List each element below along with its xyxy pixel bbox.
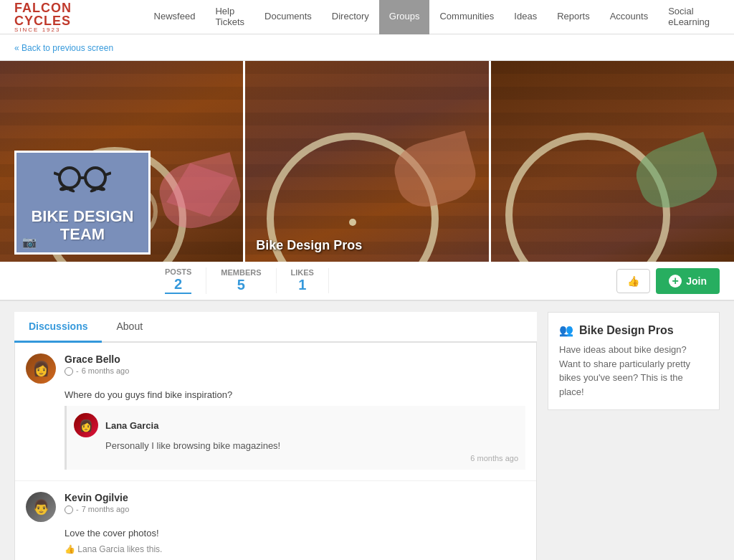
post-time: 6 months ago — [82, 366, 130, 375]
main-content: Discussions About 👩 Grace Bello - 6 mont… — [0, 301, 734, 560]
header: FALCON CYCLES SINCE 1923 Newsfeed Help T… — [0, 0, 734, 34]
back-link[interactable]: « Back to previous screen — [14, 43, 113, 53]
group-cover: Bike Design Pros — [0, 61, 734, 262]
avatar: 👨 — [26, 492, 56, 522]
main-nav: Newsfeed Help Tickets Documents Director… — [144, 0, 720, 34]
like-button[interactable]: 👍 — [616, 269, 650, 293]
stats-bar: POSTS 2 MEMBERS 5 LIKES 1 👍 + Join — [0, 262, 734, 301]
avatar-face: 👩 — [26, 353, 56, 384]
mustache-glasses-icon — [54, 162, 111, 204]
members-label: MEMBERS — [221, 268, 261, 277]
tab-bar: Discussions About — [14, 312, 537, 343]
nav-reports[interactable]: Reports — [547, 0, 600, 34]
post-meta: - 6 months ago — [65, 366, 129, 375]
brand-logo: FALCON CYCLES SINCE 1923 — [14, 1, 115, 33]
post-item: 👩 Grace Bello - 6 months ago Where do yo… — [15, 343, 536, 481]
nav-helptickets[interactable]: Help Tickets — [205, 0, 254, 34]
avatar-face: 👨 — [26, 492, 56, 522]
reply-timestamp: 6 months ago — [74, 454, 518, 462]
nav-groups[interactable]: Groups — [379, 0, 430, 34]
stats-actions: 👍 + Join — [616, 268, 720, 294]
discussion-list: 👩 Grace Bello - 6 months ago Where do yo… — [14, 343, 537, 560]
likes-value: 1 — [291, 277, 314, 293]
nav-directory[interactable]: Directory — [322, 0, 379, 34]
post-timestamp: - — [76, 505, 79, 513]
post-author-name: Kevin Ogilvie — [65, 492, 129, 503]
svg-line-3 — [54, 173, 59, 175]
join-label: Join — [686, 275, 707, 287]
reply-header: 👩 Lana Garcia — [74, 413, 518, 437]
tab-about[interactable]: About — [102, 312, 157, 343]
nav-documents[interactable]: Documents — [254, 0, 322, 34]
cover-section-2: Bike Design Pros — [245, 61, 490, 262]
posts-label: POSTS — [165, 267, 191, 276]
svg-point-0 — [59, 168, 80, 188]
post-likes: 👍 Lana Garcia likes this. — [65, 544, 525, 554]
stat-likes[interactable]: LIKES 1 — [277, 268, 329, 293]
likes-label: LIKES — [291, 268, 314, 277]
post-body: Love the cover photos! — [65, 528, 525, 538]
group-icon: 👥 — [559, 323, 573, 337]
nav-social-elearning[interactable]: Social eLearning — [658, 0, 720, 34]
post-item: 👨 Kevin Ogilvie - 7 months ago Love the … — [15, 481, 536, 560]
post-time: 7 months ago — [82, 505, 130, 513]
svg-line-4 — [105, 173, 111, 175]
nav-newsfeed[interactable]: Newsfeed — [144, 0, 206, 34]
reply-body: Personally I like browsing bike magazine… — [105, 440, 518, 451]
breadcrumb-bar: « Back to previous screen — [0, 34, 734, 61]
members-value: 5 — [221, 277, 261, 293]
stat-members[interactable]: MEMBERS 5 — [206, 268, 276, 293]
nav-communities[interactable]: Communities — [429, 0, 504, 34]
posts-value: 2 — [165, 276, 191, 294]
left-panel: Discussions About 👩 Grace Bello - 6 mont… — [14, 312, 537, 560]
camera-icon[interactable]: 📷 — [22, 235, 37, 249]
globe-icon — [65, 506, 73, 514]
sidebar-group-name: Bike Design Pros — [579, 324, 674, 337]
svg-point-1 — [85, 168, 105, 188]
join-button[interactable]: + Join — [656, 268, 720, 294]
post-timestamp: - — [76, 366, 79, 375]
post-author-info: Kevin Ogilvie - 7 months ago — [65, 492, 129, 513]
post-author-info: Grace Bello - 6 months ago — [65, 353, 129, 375]
tab-discussions[interactable]: Discussions — [14, 312, 102, 343]
sidebar-title: 👥 Bike Design Pros — [559, 323, 708, 337]
nav-ideas[interactable]: Ideas — [504, 0, 547, 34]
reply-avatar-face: 👩 — [79, 419, 93, 432]
post-header: 👨 Kevin Ogilvie - 7 months ago — [26, 492, 525, 522]
post-body: Where do you guys find bike inspiration? — [65, 389, 525, 400]
sidebar-card: 👥 Bike Design Pros Have ideas about bike… — [548, 312, 720, 410]
post-header: 👩 Grace Bello - 6 months ago — [26, 353, 525, 384]
stat-posts[interactable]: POSTS 2 — [14, 267, 206, 294]
reply-author-name: Lana Garcia — [105, 420, 158, 431]
post-meta: - 7 months ago — [65, 505, 129, 513]
plus-icon: + — [669, 275, 682, 288]
brand-tagline: SINCE 1923 — [14, 27, 115, 33]
cover-section-3 — [491, 61, 734, 262]
right-panel: 👥 Bike Design Pros Have ideas about bike… — [548, 312, 720, 560]
avatar: 👩 — [26, 353, 56, 384]
group-name-overlay: Bike Design Pros — [256, 238, 362, 253]
brand-name: FALCON CYCLES — [14, 1, 72, 28]
sidebar-description: Have ideas about bike design? Want to sh… — [559, 343, 708, 399]
reply-avatar: 👩 — [74, 413, 98, 437]
group-logo: BIKE DESIGN TEAM 📷 — [14, 151, 151, 255]
post-author-name: Grace Bello — [65, 353, 129, 365]
reply-item: 👩 Lana Garcia Personally I like browsing… — [65, 406, 525, 470]
globe-icon — [65, 367, 73, 376]
nav-accounts[interactable]: Accounts — [600, 0, 658, 34]
